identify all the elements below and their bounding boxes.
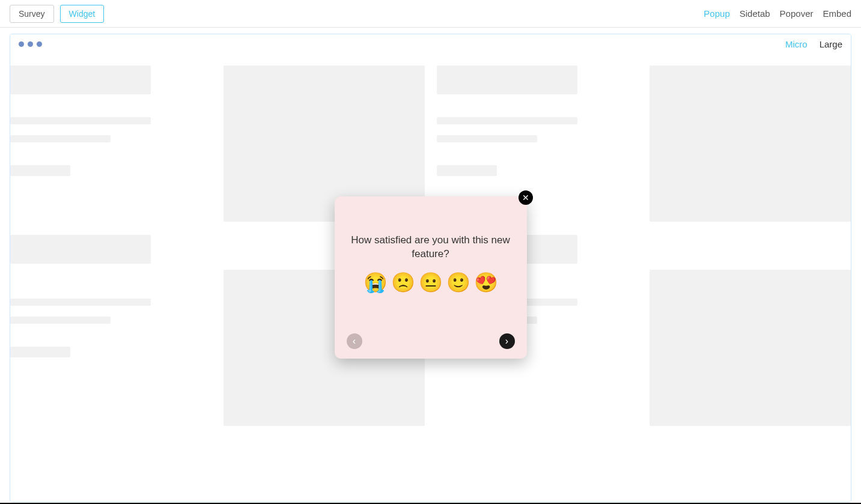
next-button[interactable]: ›	[499, 333, 515, 349]
window-dot-icon	[19, 41, 24, 47]
survey-popup: ✕ How satisfied are you with this new fe…	[335, 196, 527, 359]
close-icon: ✕	[522, 193, 529, 202]
emoji-frown-icon[interactable]: 🙁	[392, 271, 415, 294]
tab-popup[interactable]: Popup	[704, 8, 729, 19]
skeleton-block	[10, 117, 151, 124]
frame-header: Micro Large	[10, 34, 851, 53]
popup-nav: ‹ ›	[347, 333, 515, 349]
emoji-crying-icon[interactable]: 😭	[364, 271, 387, 294]
window-dots	[19, 41, 42, 47]
skeleton-block	[437, 135, 537, 142]
right-tabs: Popup Sidetab Popover Embed	[704, 8, 851, 19]
skeleton-block	[10, 165, 70, 176]
size-micro[interactable]: Micro	[785, 39, 808, 49]
skeleton-block	[437, 165, 497, 176]
emoji-heart-eyes-icon[interactable]: 😍	[475, 271, 497, 294]
top-bar: Survey Widget Popup Sidetab Popover Embe…	[0, 0, 861, 28]
skeleton-block	[10, 317, 111, 324]
skeleton-block	[437, 65, 577, 94]
size-large[interactable]: Large	[820, 39, 842, 49]
tab-survey[interactable]: Survey	[10, 5, 54, 23]
tab-embed[interactable]: Embed	[823, 8, 851, 19]
left-tabs: Survey Widget	[10, 5, 104, 23]
prev-button[interactable]: ‹	[347, 333, 362, 349]
emoji-smile-icon[interactable]: 🙂	[447, 271, 470, 294]
emoji-neutral-icon[interactable]: 😐	[419, 271, 442, 294]
tab-popover[interactable]: Popover	[780, 8, 814, 19]
window-dot-icon	[28, 41, 33, 47]
chevron-left-icon: ‹	[353, 336, 356, 347]
skeleton-block	[10, 65, 151, 94]
size-tabs: Micro Large	[785, 39, 842, 49]
skeleton-block	[10, 347, 70, 357]
skeleton-block	[650, 270, 851, 426]
skeleton-block	[10, 235, 151, 264]
close-button[interactable]: ✕	[519, 190, 533, 205]
browser-preview-frame: Micro Large	[10, 34, 851, 502]
skeleton-block	[10, 299, 151, 306]
emoji-rating-row: 😭 🙁 😐 🙂 😍	[347, 271, 515, 294]
tab-sidetab[interactable]: Sidetab	[740, 8, 770, 19]
preview-canvas: ✕ How satisfied are you with this new fe…	[10, 53, 851, 502]
skeleton-block	[10, 135, 111, 142]
tab-widget[interactable]: Widget	[60, 5, 105, 23]
chevron-right-icon: ›	[505, 336, 508, 347]
window-dot-icon	[37, 41, 42, 47]
skeleton-block	[650, 65, 851, 222]
skeleton-block	[437, 117, 577, 124]
survey-question: How satisfied are you with this new feat…	[347, 234, 515, 261]
